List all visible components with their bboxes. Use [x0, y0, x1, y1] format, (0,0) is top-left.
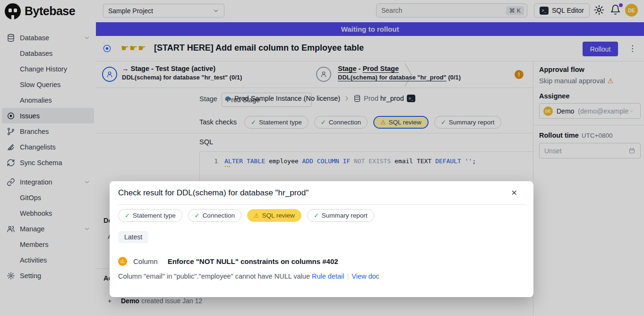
check-pass-icon: ✓ — [314, 212, 319, 219]
check-pass-icon: ✓ — [125, 212, 130, 219]
modal-check-pill-statement-type[interactable]: ✓Statement type — [118, 209, 182, 222]
finding-detail-text: Column "email" in "public"."employee" ca… — [118, 272, 310, 280]
modal-title: Check result for DDL(schema) for databas… — [118, 188, 309, 198]
check-pill-label: Summary report — [322, 212, 368, 219]
warning-icon: ⚠ — [118, 257, 127, 266]
check-warning-icon: ⚠ — [254, 212, 259, 219]
finding-detail: Column "email" in "public"."employee" ca… — [118, 272, 379, 280]
modal-check-pill-summary-report[interactable]: ✓Summary report — [307, 209, 374, 222]
modal-divider — [118, 204, 525, 205]
finding-rule-title: Enforce "NOT NULL" constraints on column… — [168, 257, 338, 265]
check-pill-label: Statement type — [133, 212, 176, 219]
link-separator: | — [347, 272, 349, 280]
check-pass-icon: ✓ — [195, 212, 200, 219]
finding-row: ⚠ Column Enforce "NOT NULL" constraints … — [118, 257, 338, 266]
rule-detail-link[interactable]: Rule detail — [312, 272, 344, 280]
latest-badge: Latest — [118, 231, 148, 243]
modal-check-pill-connection[interactable]: ✓Connection — [188, 209, 241, 222]
modal-check-pill-sql-review[interactable]: ⚠SQL review — [247, 209, 301, 222]
view-doc-link[interactable]: View doc — [352, 272, 379, 280]
finding-category: Column — [133, 257, 158, 265]
close-icon[interactable]: × — [511, 187, 517, 198]
check-pill-label: Connection — [203, 212, 235, 219]
check-pill-label: SQL review — [262, 212, 295, 219]
check-result-modal: Check result for DDL(schema) for databas… — [110, 181, 533, 297]
